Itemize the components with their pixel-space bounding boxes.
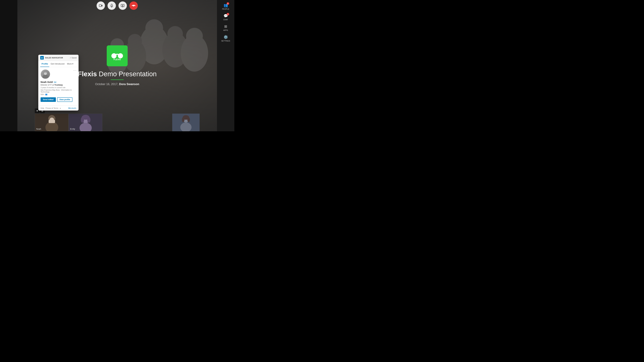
profile-title: Director of IT at Trustway: [40, 84, 76, 86]
svg-text:FLEXIS: FLEXIS: [114, 58, 121, 61]
svg-rect-10: [99, 5, 102, 6]
end-call-button[interactable]: [130, 1, 138, 10]
green-divider: [111, 79, 124, 80]
emily-name-label: Emily: [70, 128, 75, 130]
saved-label: ✓ Saved: [70, 57, 76, 59]
people-icon: 👥 5: [224, 3, 228, 7]
microphone-button[interactable]: [108, 1, 116, 10]
svg-point-23: [42, 75, 48, 78]
card-header: in SALES NAVIGATOR ✓ Saved: [38, 55, 78, 61]
avatar-silhouette: [41, 70, 50, 78]
right-sidebar: 👥 5 PEOPLE 💬 3 CHAT ⊞ APPS ⚙️ SETTINGS: [217, 0, 234, 131]
svg-point-36: [81, 117, 84, 123]
flexis-logo: FLEXIS: [107, 45, 128, 66]
svg-rect-11: [111, 4, 112, 6]
apps-label: APPS: [223, 29, 228, 31]
card-tabs: Profile Get Introduced More ▾: [38, 61, 78, 67]
help-link[interactable]: Help: [40, 107, 44, 109]
company-name: Trustway: [54, 84, 63, 86]
send-inmail-button[interactable]: Send InMail: [40, 97, 56, 102]
linkedin-footer-logo: inLinkedIn: [68, 107, 76, 109]
apps-icon: ⊞: [224, 24, 227, 29]
people-badge: 5: [227, 2, 229, 5]
linkedin-logo-icon: in: [40, 56, 44, 59]
chevron-down-icon: ▾: [72, 63, 74, 65]
subtitle-name: Dora Swanson: [119, 82, 139, 86]
profile-avatar: [40, 69, 50, 79]
left-sidebar: [0, 0, 18, 131]
sidebar-item-chat[interactable]: 💬 3 CHAT: [217, 12, 234, 22]
svg-point-37: [87, 117, 90, 123]
noah-name-label: Noah: [36, 128, 41, 130]
profile-tenure: 3 years 9 months in current role: [40, 86, 76, 88]
chat-badge: 3: [227, 13, 229, 15]
privacy-link[interactable]: Privacy & Terms: [46, 107, 58, 109]
sidebar-item-settings[interactable]: ⚙️ SETTINGS: [217, 33, 234, 43]
settings-icon: ⚙️: [224, 35, 228, 39]
profile-name: Noah Gold 1st: [40, 81, 76, 83]
subtitle-date: October 16, 2017,: [95, 82, 119, 86]
people-label: PEOPLE: [222, 8, 229, 10]
connection-badge: 1st: [54, 81, 56, 83]
profile-location: San Francisco Bay Area · Information & T…: [40, 89, 76, 93]
presentation-title: Flexis Demo Presentation: [78, 70, 156, 78]
call-toolbar: [18, 0, 217, 11]
svg-point-42: [182, 117, 184, 122]
camera-icon: [99, 4, 102, 7]
title-rest: Demo Presentation: [97, 70, 156, 78]
main-video-area: FLEXIS Flexis Demo Presentation October …: [18, 0, 217, 131]
camera-button[interactable]: [96, 1, 105, 10]
microphone-icon: [110, 4, 113, 7]
linkedin-card: in SALES NAVIGATOR ✓ Saved Profile Get I…: [38, 55, 78, 110]
card-footer: Help Privacy & Terms ▲ inLinkedIn: [38, 105, 78, 110]
sidebar-item-people[interactable]: 👥 5 PEOPLE: [217, 1, 234, 11]
profile-connections: 500+ 👥: [40, 93, 76, 95]
svg-rect-18: [133, 6, 134, 6]
chat-label: CHAT: [223, 19, 228, 20]
title-brand: Flexis: [78, 70, 97, 78]
card-actions: Send InMail View profile: [40, 97, 76, 102]
tab-get-introduced[interactable]: Get Introduced: [49, 61, 66, 67]
screenshare-button[interactable]: [118, 1, 127, 10]
more-options-button[interactable]: ···: [73, 69, 76, 72]
flexis-logo-svg: FLEXIS: [110, 50, 124, 61]
tab-more[interactable]: More ▾: [66, 61, 75, 67]
svg-point-43: [187, 117, 190, 122]
svg-rect-31: [48, 120, 55, 123]
chat-icon: 💬 3: [224, 14, 228, 18]
extra-silhouette: [172, 114, 200, 131]
sales-navigator-label: SALES NAVIGATOR: [45, 57, 68, 59]
svg-point-26: [44, 72, 47, 75]
presentation-subtitle: October 16, 2017, Dora Swanson: [95, 82, 139, 86]
checkmark-icon: ✓: [70, 57, 71, 59]
connections-icon: 👥: [45, 93, 48, 95]
end-call-icon: [132, 4, 136, 7]
sidebar-item-apps[interactable]: ⊞ APPS: [217, 23, 234, 33]
view-profile-button[interactable]: View profile: [57, 97, 72, 102]
settings-label: SETTINGS: [221, 40, 230, 42]
thumbnail-emily[interactable]: Emily: [68, 114, 102, 131]
card-body: ··· Noah Gold 1st Director of IT at Trus…: [38, 67, 78, 105]
tab-profile[interactable]: Profile: [40, 61, 49, 67]
thumbnail-noah[interactable]: Noah: [35, 114, 68, 131]
screenshare-icon: [121, 4, 124, 7]
thumbnail-extra[interactable]: [172, 114, 200, 131]
